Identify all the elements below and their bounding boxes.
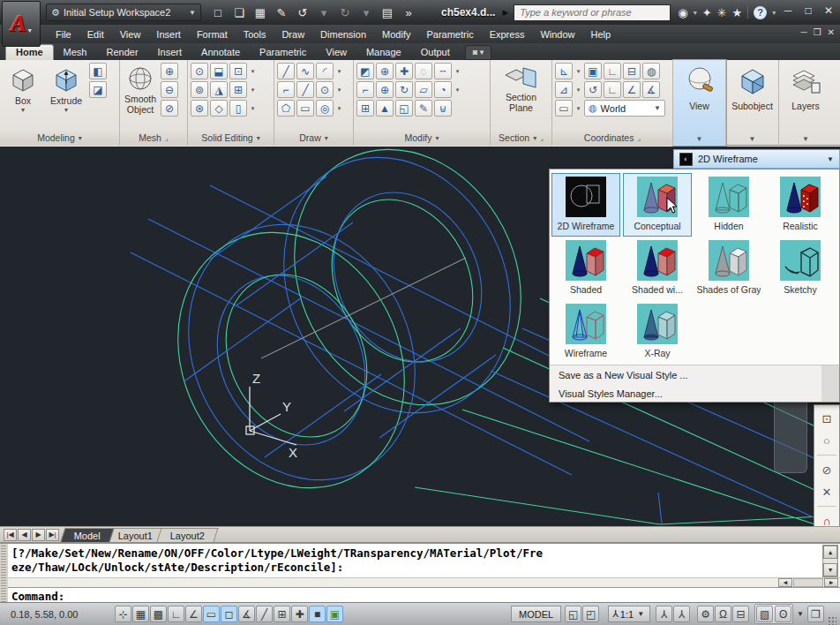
scrollbar-thumb[interactable] <box>793 578 823 587</box>
command-window-grip[interactable] <box>0 544 8 604</box>
helix-icon[interactable]: ◪ <box>89 81 107 98</box>
subtract-icon[interactable]: ⊚ <box>191 81 208 98</box>
panel-label-section[interactable]: Section▾⌟ <box>491 130 551 146</box>
smooth-object-button[interactable]: Smooth Object <box>123 63 158 115</box>
menu-view[interactable]: View <box>112 27 149 41</box>
visual-style-dropdown-header[interactable]: ◐ 2D Wireframe ▼ <box>673 149 840 169</box>
hardware-acceleration-icon[interactable]: ▧ <box>756 606 773 622</box>
menu-draw[interactable]: Draw <box>274 27 312 41</box>
help-flyout-icon[interactable]: ▾ <box>772 9 776 17</box>
menu-parametric[interactable]: Parametric <box>418 27 481 41</box>
visual-style-shades-of-gray[interactable]: Shades of Gray <box>694 237 763 300</box>
visual-style-realistic[interactable]: Realistic <box>766 173 835 237</box>
ellipse-flyout-icon[interactable]: ▾ <box>335 100 343 117</box>
last-tab-button[interactable]: ▶| <box>46 529 59 541</box>
polar-tracking-icon[interactable]: ∠ <box>185 606 202 622</box>
help-icon[interactable]: ? <box>754 6 767 19</box>
menu-format[interactable]: Format <box>189 27 236 41</box>
transparency-icon[interactable]: ▣ <box>326 606 343 622</box>
menu-modify[interactable]: Modify <box>374 27 418 41</box>
ribbon-tab-output[interactable]: Output <box>411 45 460 60</box>
favorites-star-icon[interactable]: ★ <box>731 6 742 19</box>
separate-flyout-icon[interactable]: ▾ <box>249 100 257 117</box>
move-icon[interactable]: ✚ <box>395 63 413 79</box>
command-history[interactable]: [?/Make/Set/New/Rename/ON/OFF/Color/Ltyp… <box>8 544 820 577</box>
menu-insert[interactable]: Insert <box>148 27 189 41</box>
move-faces-icon[interactable]: ◮ <box>210 81 228 98</box>
communication-center-icon[interactable]: ✳ <box>717 6 727 19</box>
explode-icon[interactable]: ⌐ <box>356 81 374 98</box>
extrude-button[interactable]: Extrude ▼ <box>46 63 86 113</box>
doc-close-button[interactable]: ✕ <box>828 27 835 37</box>
ucs-world-icon[interactable]: ∟ <box>604 63 621 79</box>
scroll-left-icon[interactable]: ◀ <box>778 578 792 587</box>
coordinate-readout[interactable]: 0.18, 5.58, 0.00 <box>11 609 115 620</box>
qat-overflow-icon[interactable]: » <box>399 4 418 21</box>
scroll-down-icon[interactable]: ▼ <box>823 563 837 576</box>
ribbon-tab-annotate[interactable]: Annotate <box>191 45 250 60</box>
visual-styles-manager-item[interactable]: Visual Styles Manager... <box>550 384 839 403</box>
panel-label-modeling[interactable]: Modeling▾ <box>0 130 119 146</box>
show-lineweight-icon[interactable]: ✚ <box>291 606 308 622</box>
ucs-world-dropdown[interactable]: ◍ World ▼ <box>584 100 665 117</box>
snap-tangent-icon[interactable]: ⊘ <box>818 462 836 478</box>
minimize-button[interactable]: ─ <box>782 4 794 17</box>
extrude-faces-icon[interactable]: ⬓ <box>210 63 228 79</box>
ucs-named-icon[interactable]: ▣ <box>584 63 602 79</box>
3d-align-icon[interactable]: ▲ <box>376 100 394 117</box>
snap-node-icon[interactable]: ○ <box>818 433 836 448</box>
tray-flyout-icon[interactable]: ▼ <box>797 610 804 618</box>
3d-object-snap-icon[interactable]: ◻ <box>221 606 237 622</box>
visual-style-shaded[interactable]: Shaded <box>551 237 620 300</box>
menu-tools[interactable]: Tools <box>236 27 274 41</box>
command-horizontal-scrollbar[interactable]: ◀ ▶ <box>8 577 840 587</box>
intersect-icon[interactable]: ⊛ <box>191 100 208 117</box>
ucs-flyout-icon[interactable]: ▾ <box>574 63 582 79</box>
status-tray-icon[interactable]: ⊟ <box>732 606 749 622</box>
fillet-icon[interactable]: ◔ <box>434 81 452 98</box>
menu-express[interactable]: Express <box>482 27 533 41</box>
circle-flyout-icon[interactable]: ▾ <box>335 81 343 98</box>
search-icon[interactable]: ◉ <box>678 6 687 19</box>
3d-rotate-icon[interactable]: ⊕ <box>376 81 394 98</box>
ellipse-icon[interactable]: ◎ <box>316 100 334 117</box>
model-space-button[interactable]: MODEL <box>511 606 561 622</box>
ucs-x-flyout-icon[interactable]: ▾ <box>574 81 582 98</box>
quick-view-layouts-icon[interactable]: ◱ <box>565 606 581 622</box>
panel-label-solid-editing[interactable]: Solid Editing▾ <box>188 130 274 146</box>
grid-solid-icon[interactable]: ▩ <box>150 606 167 622</box>
separate-icon[interactable]: ▯ <box>229 100 247 117</box>
mesh-smooth-less-icon[interactable]: ⊖ <box>161 81 178 98</box>
fillet-edge-icon[interactable]: ⊞ <box>229 81 247 98</box>
copy-icon[interactable]: ◌ <box>415 63 432 79</box>
save-icon[interactable]: ▦ <box>251 4 270 21</box>
section-plane-button[interactable]: Section Plane <box>495 63 548 113</box>
first-tab-button[interactable]: |◀ <box>4 529 17 541</box>
close-button[interactable]: ✕ <box>822 4 835 17</box>
taper-faces-icon[interactable]: ◇ <box>210 100 228 117</box>
next-tab-button[interactable]: ▶ <box>32 529 45 541</box>
workspace-switching-icon[interactable]: ⚙ <box>697 606 714 622</box>
performance-tuner-bulb-icon[interactable]: ʘ <box>775 606 791 622</box>
toolbar-lock-icon[interactable]: Ω <box>715 606 731 622</box>
command-vertical-scrollbar[interactable]: ▲ ▼ <box>822 545 838 577</box>
menu-dimension[interactable]: Dimension <box>312 27 374 41</box>
plot-icon[interactable]: ▤ <box>378 4 397 21</box>
panel-label-modify[interactable]: Modify▾ <box>354 130 490 146</box>
visual-style-2d-wireframe[interactable]: 2D Wireframe <box>551 173 620 237</box>
circle-icon[interactable]: ⊙ <box>316 81 334 98</box>
prev-tab-button[interactable]: ◀ <box>18 529 31 541</box>
doc-restore-button[interactable]: ❐ <box>814 27 821 37</box>
panel-subobject-dropdown[interactable]: Subobject ▼ <box>726 60 779 146</box>
dynamic-ucs-icon[interactable]: ╱ <box>256 606 273 622</box>
auto-annotation-scale-icon[interactable]: ⅄ <box>673 606 690 622</box>
ucs-3point-icon[interactable]: ∡ <box>642 81 660 98</box>
visual-style-sketchy[interactable]: Sketchy <box>766 237 835 300</box>
visual-style-hidden[interactable]: Hidden <box>694 173 763 237</box>
scale-icon[interactable]: ◱ <box>395 100 413 117</box>
menu-file[interactable]: File <box>48 27 79 41</box>
redo-flyout-icon[interactable]: ▾ <box>356 4 376 21</box>
ray-icon[interactable]: ╱ <box>296 81 314 98</box>
menu-edit[interactable]: Edit <box>79 27 112 41</box>
fillet-flyout-icon[interactable]: ▾ <box>249 81 257 98</box>
